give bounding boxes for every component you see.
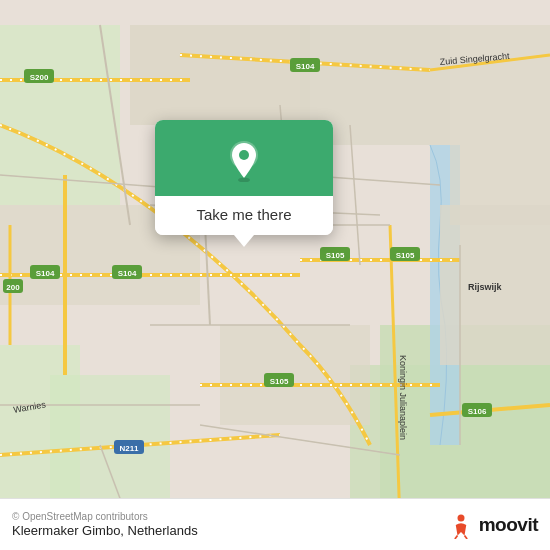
svg-rect-1 <box>0 25 120 205</box>
svg-point-68 <box>238 178 250 183</box>
svg-rect-7 <box>130 25 310 125</box>
moovit-text: moovit <box>479 514 538 536</box>
svg-text:S200: S200 <box>30 73 49 82</box>
popup-green-area <box>155 120 333 196</box>
location-name: Kleermaker Gimbo, Netherlands <box>12 523 447 538</box>
map-container: Rijswijk <box>0 0 550 550</box>
attribution-text: © OpenStreetMap contributors <box>12 511 447 522</box>
take-me-there-button[interactable]: Take me there <box>155 196 333 235</box>
svg-text:S104: S104 <box>296 62 315 71</box>
location-pin-icon <box>222 138 266 182</box>
moovit-logo: moovit <box>447 511 538 539</box>
svg-text:S105: S105 <box>326 251 345 260</box>
moovit-brand-icon <box>447 511 475 539</box>
svg-point-69 <box>239 150 249 160</box>
popup-card: Take me there <box>155 120 333 235</box>
svg-text:S105: S105 <box>270 377 289 386</box>
svg-line-71 <box>455 535 458 539</box>
svg-text:Rijswijk: Rijswijk <box>468 282 503 292</box>
svg-point-70 <box>457 514 464 521</box>
svg-line-72 <box>464 535 467 539</box>
svg-text:200: 200 <box>6 283 20 292</box>
svg-text:S104: S104 <box>118 269 137 278</box>
svg-text:S104: S104 <box>36 269 55 278</box>
bottom-bar: © OpenStreetMap contributors Kleermaker … <box>0 498 550 550</box>
svg-text:Koningin Julianaplein: Koningin Julianaplein <box>398 355 408 440</box>
svg-text:N211: N211 <box>119 444 139 453</box>
svg-text:S106: S106 <box>468 407 487 416</box>
svg-text:S105: S105 <box>396 251 415 260</box>
